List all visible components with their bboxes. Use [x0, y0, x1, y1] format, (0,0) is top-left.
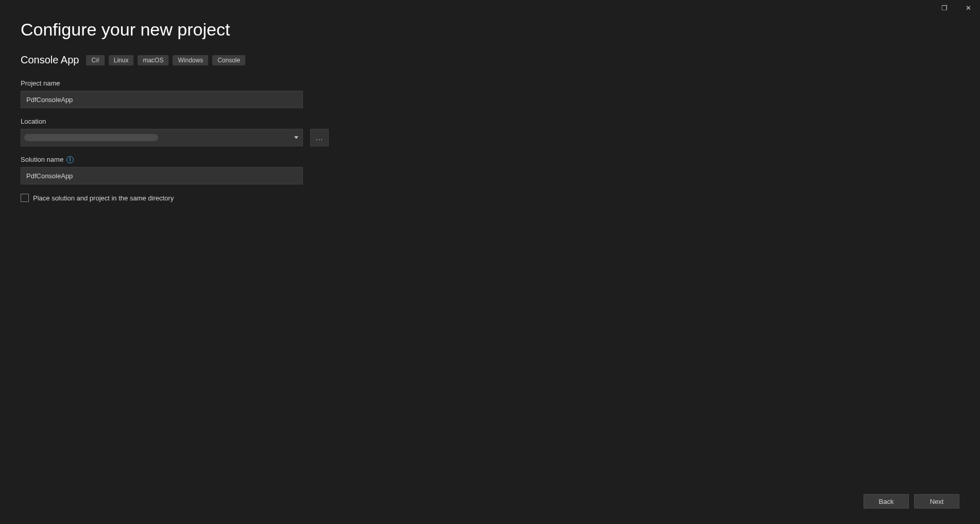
close-window-button[interactable]: ✕: [956, 0, 980, 15]
browse-location-button[interactable]: ...: [310, 129, 329, 146]
maximize-button[interactable]: ❐: [933, 0, 956, 15]
back-button[interactable]: Back: [864, 494, 909, 509]
project-name-input[interactable]: [21, 91, 303, 108]
ellipsis-icon: ...: [316, 134, 323, 142]
tag-macos: macOS: [138, 55, 168, 65]
footer-actions: Back Next: [864, 494, 959, 509]
chevron-down-icon: [294, 137, 298, 139]
solution-name-input[interactable]: [21, 167, 303, 184]
main-content: Configure your new project Console App C…: [0, 0, 980, 202]
close-icon: ✕: [966, 4, 971, 12]
tag-console: Console: [212, 55, 245, 65]
info-icon[interactable]: i: [66, 156, 74, 163]
next-button[interactable]: Next: [914, 494, 959, 509]
template-name: Console App: [21, 54, 79, 66]
location-combobox[interactable]: [21, 129, 303, 146]
same-directory-label[interactable]: Place solution and project in the same d…: [33, 194, 174, 202]
location-label: Location: [21, 117, 980, 125]
template-tags: C# Linux macOS Windows Console: [86, 55, 245, 65]
tag-csharp: C#: [86, 55, 104, 65]
same-directory-checkbox[interactable]: [21, 194, 29, 202]
same-directory-row: Place solution and project in the same d…: [21, 194, 980, 202]
solution-name-label-row: Solution name i: [21, 156, 980, 163]
project-name-label: Project name: [21, 79, 980, 87]
page-title: Configure your new project: [21, 20, 980, 40]
tag-linux: Linux: [109, 55, 134, 65]
location-value-redacted: [24, 134, 158, 141]
back-button-label: Back: [879, 498, 894, 505]
location-field: Location ...: [21, 117, 980, 146]
maximize-icon: ❐: [941, 4, 948, 12]
next-button-label: Next: [930, 498, 944, 505]
solution-name-field: Solution name i: [21, 156, 980, 184]
tag-windows: Windows: [173, 55, 208, 65]
solution-name-label: Solution name: [21, 156, 63, 163]
template-header-row: Console App C# Linux macOS Windows Conso…: [21, 54, 980, 66]
project-name-field: Project name: [21, 79, 980, 108]
